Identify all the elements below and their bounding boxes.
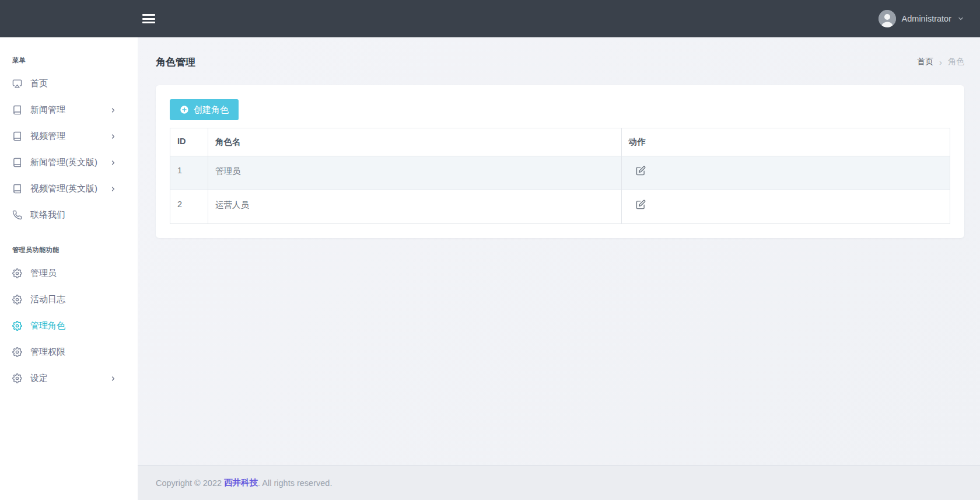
chevron-right-icon [110,375,117,382]
column-header-name: 角色名 [208,128,622,156]
book-icon [12,131,22,141]
top-navbar: Administrator [0,0,980,37]
gear-icon [12,373,22,383]
sidebar-item-label: 首页 [30,78,117,89]
sidebar-item-settings[interactable]: 设定 [0,365,138,391]
main-area: 角色管理 首页 › 角色 创建角色 ID 角色名 [138,37,980,500]
roles-card: 创建角色 ID 角色名 动作 1 管理员 [156,85,964,238]
sidebar-section-menu: 菜单 [0,37,138,71]
sidebar-item-label: 新闻管理 [30,104,110,116]
sidebar-item-video-en[interactable]: 视频管理(英文版) [0,176,138,202]
book-icon [12,105,22,115]
book-icon [12,158,22,167]
gear-icon [12,268,22,278]
sidebar-item-label: 视频管理(英文版) [30,183,110,194]
chevron-down-icon [957,15,964,22]
plus-circle-icon [180,105,189,114]
company-link[interactable]: 西井科技 [224,477,258,488]
chevron-right-icon [110,159,117,166]
sidebar-item-label: 新闻管理(英文版) [30,157,110,168]
sidebar-item-label: 联络我们 [30,209,117,221]
role-id-cell: 1 [170,156,208,190]
sidebar-item-news[interactable]: 新闻管理 [0,97,138,123]
column-header-id: ID [170,128,208,156]
username-label: Administrator [902,14,951,23]
sidebar-item-label: 设定 [30,373,110,384]
breadcrumb-separator-icon: › [939,57,942,67]
sidebar-item-activity-log[interactable]: 活动日志 [0,286,138,313]
page-header: 角色管理 首页 › 角色 [156,52,964,72]
copyright-text: Copyright © 2022 [156,478,222,488]
table-header-row: ID 角色名 动作 [170,128,950,156]
sidebar: 菜单 首页 新闻管理 视频管理 新闻管理(英文版) 视频管理(英文版) 联络 [0,37,138,500]
role-id-cell: 2 [170,190,208,224]
breadcrumb-current: 角色 [948,57,964,67]
edit-icon [636,166,646,176]
sidebar-item-video[interactable]: 视频管理 [0,123,138,149]
sidebar-item-news-en[interactable]: 新闻管理(英文版) [0,149,138,176]
edit-role-button[interactable] [636,200,646,209]
sidebar-item-label: 管理员 [30,268,117,279]
hamburger-icon [142,14,155,16]
column-header-actions: 动作 [621,128,950,156]
book-icon [12,184,22,194]
create-role-button[interactable]: 创建角色 [170,99,239,120]
sidebar-item-home[interactable]: 首页 [0,71,138,97]
footer: Copyright © 2022 西井科技. All rights reserv… [138,465,980,500]
gear-icon [12,295,22,305]
page-content: 角色管理 首页 › 角色 创建角色 ID 角色名 [138,37,980,465]
sidebar-item-label: 管理权限 [30,347,117,358]
role-actions-cell [621,156,950,190]
breadcrumb: 首页 › 角色 [917,57,964,67]
roles-table: ID 角色名 动作 1 管理员 [170,128,950,224]
table-row: 2 运营人员 [170,190,950,224]
monitor-icon [12,79,22,89]
sidebar-item-admins[interactable]: 管理员 [0,260,138,286]
phone-icon [12,210,22,220]
edit-icon [636,200,646,209]
sidebar-toggle-button[interactable] [142,14,155,23]
table-row: 1 管理员 [170,156,950,190]
role-name-cell: 管理员 [208,156,622,190]
sidebar-item-contact[interactable]: 联络我们 [0,202,138,228]
gear-icon [12,321,22,331]
gear-icon [12,347,22,357]
hamburger-icon [142,18,155,20]
create-role-button-label: 创建角色 [194,104,229,116]
sidebar-item-manage-roles[interactable]: 管理角色 [0,313,138,339]
edit-role-button[interactable] [636,166,646,176]
sidebar-item-label: 管理角色 [30,320,117,331]
chevron-right-icon [110,133,117,140]
chevron-right-icon [110,186,117,193]
sidebar-item-manage-permissions[interactable]: 管理权限 [0,339,138,365]
breadcrumb-home-link[interactable]: 首页 [917,57,933,67]
page-title: 角色管理 [156,55,195,69]
hamburger-icon [142,22,155,23]
avatar [878,10,896,27]
copyright-suffix: . All rights reserved. [258,478,332,488]
role-actions-cell [621,190,950,224]
sidebar-item-label: 活动日志 [30,294,117,305]
sidebar-section-admin: 管理员功能功能 [0,228,138,260]
user-dropdown[interactable]: Administrator [878,10,964,27]
sidebar-item-label: 视频管理 [30,131,110,142]
chevron-right-icon [110,107,117,114]
role-name-cell: 运营人员 [208,190,622,224]
